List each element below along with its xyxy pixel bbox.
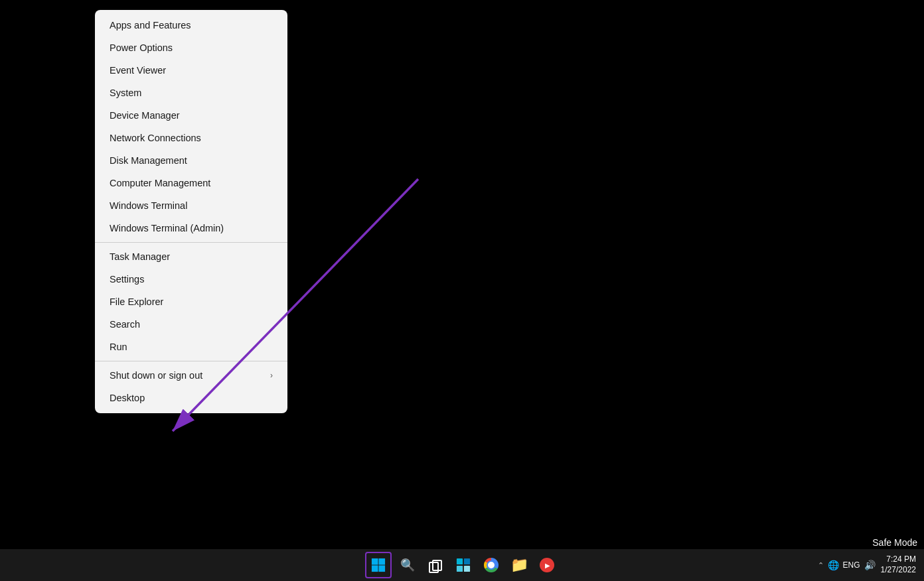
clock-area[interactable]: 7:24 PM 1/27/2022 <box>881 554 916 575</box>
menu-item-disk-management[interactable]: Disk Management <box>95 149 287 172</box>
submenu-arrow-icon: › <box>270 371 273 380</box>
menu-item-computer-management[interactable]: Computer Management <box>95 172 287 194</box>
taskview-icon <box>429 560 442 570</box>
menu-item-task-manager[interactable]: Task Manager <box>95 245 287 268</box>
menu-item-settings[interactable]: Settings <box>95 268 287 290</box>
menu-item-desktop[interactable]: Desktop <box>95 387 287 409</box>
taskbar-store-button[interactable] <box>451 553 475 577</box>
taskbar: 🔍 📁 ⌃ 🌐 <box>0 549 924 581</box>
start-button[interactable] <box>365 552 392 578</box>
menu-item-label-settings: Settings <box>110 274 144 285</box>
menu-item-system[interactable]: System <box>95 82 287 104</box>
show-hidden-icons-button[interactable]: ⌃ <box>818 561 824 570</box>
svg-rect-7 <box>464 558 470 564</box>
menu-item-label-network-connections: Network Connections <box>110 133 201 143</box>
menu-item-label-apps-features: Apps and Features <box>110 20 191 31</box>
system-tray: ⌃ 🌐 ENG 🔊 7:24 PM 1/27/2022 <box>818 554 916 575</box>
clock-date: 1/27/2022 <box>881 565 916 576</box>
cast-icon <box>540 558 554 572</box>
menu-item-windows-terminal[interactable]: Windows Terminal <box>95 194 287 217</box>
taskbar-explorer-button[interactable]: 📁 <box>507 553 531 577</box>
menu-divider <box>95 242 287 243</box>
menu-item-file-explorer[interactable]: File Explorer <box>95 290 287 313</box>
network-icon[interactable]: 🌐 <box>828 560 839 570</box>
taskbar-center-icons: 🔍 📁 <box>365 552 559 578</box>
language-button[interactable]: ENG <box>843 560 860 570</box>
search-icon: 🔍 <box>400 558 415 572</box>
svg-rect-8 <box>457 566 463 572</box>
menu-item-label-disk-management: Disk Management <box>110 155 187 166</box>
folder-icon: 📁 <box>510 556 528 574</box>
menu-item-label-windows-terminal-admin: Windows Terminal (Admin) <box>110 223 224 233</box>
svg-rect-3 <box>378 558 385 565</box>
menu-item-label-computer-management: Computer Management <box>110 178 210 188</box>
menu-item-label-power-options: Power Options <box>110 42 173 53</box>
menu-item-label-task-manager: Task Manager <box>110 251 170 262</box>
svg-rect-2 <box>372 558 378 565</box>
menu-item-shut-down[interactable]: Shut down or sign out› <box>95 364 287 387</box>
menu-item-network-connections[interactable]: Network Connections <box>95 127 287 149</box>
clock-time: 7:24 PM <box>881 554 916 565</box>
menu-item-power-options[interactable]: Power Options <box>95 36 287 59</box>
menu-item-label-run: Run <box>110 342 127 352</box>
store-icon <box>456 558 471 572</box>
menu-item-search[interactable]: Search <box>95 313 287 336</box>
menu-item-apps-features[interactable]: Apps and Features <box>95 14 287 36</box>
svg-rect-5 <box>378 565 385 572</box>
menu-item-label-system: System <box>110 88 141 98</box>
context-menu: Apps and FeaturesPower OptionsEvent View… <box>95 10 287 413</box>
windows-logo-icon <box>371 558 386 572</box>
menu-item-run[interactable]: Run <box>95 336 287 358</box>
taskbar-taskview-button[interactable] <box>424 553 447 577</box>
taskbar-search-button[interactable]: 🔍 <box>396 553 420 577</box>
menu-item-label-shut-down: Shut down or sign out <box>110 370 202 381</box>
chrome-icon <box>484 558 499 572</box>
taskbar-cast-button[interactable] <box>535 553 559 577</box>
menu-item-label-desktop: Desktop <box>110 393 145 403</box>
svg-rect-6 <box>457 558 463 564</box>
menu-item-label-device-manager: Device Manager <box>110 110 180 121</box>
menu-item-label-event-viewer: Event Viewer <box>110 65 166 76</box>
menu-divider <box>95 361 287 361</box>
svg-rect-9 <box>464 566 470 572</box>
menu-item-label-file-explorer: File Explorer <box>110 296 163 307</box>
menu-item-windows-terminal-admin[interactable]: Windows Terminal (Admin) <box>95 217 287 239</box>
volume-icon[interactable]: 🔊 <box>864 560 876 570</box>
menu-item-label-search: Search <box>110 319 140 330</box>
svg-rect-4 <box>372 565 378 572</box>
tray-icons: ⌃ 🌐 ENG 🔊 <box>818 560 876 570</box>
menu-item-device-manager[interactable]: Device Manager <box>95 104 287 127</box>
menu-item-label-windows-terminal: Windows Terminal <box>110 200 187 211</box>
safe-mode-label: Safe Mode <box>872 537 917 548</box>
menu-item-event-viewer[interactable]: Event Viewer <box>95 59 287 82</box>
taskbar-chrome-button[interactable] <box>479 553 503 577</box>
